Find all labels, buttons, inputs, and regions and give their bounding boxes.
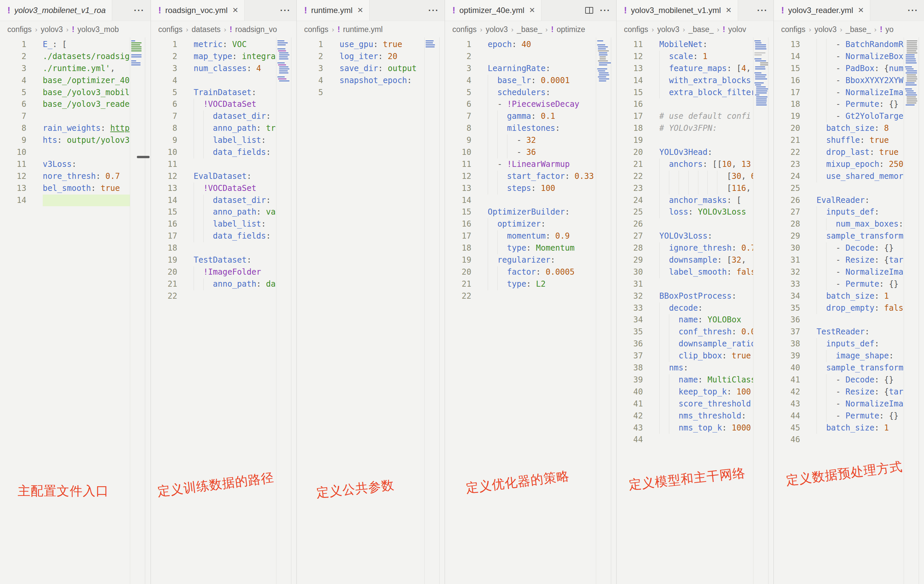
code-line[interactable]: 1use_gpu: true	[297, 39, 424, 51]
more-actions-icon[interactable]: ···	[134, 5, 145, 16]
code-line[interactable]: 20batch_size: 8	[774, 122, 904, 134]
minimap[interactable]	[596, 37, 611, 584]
code-line[interactable]: 4snapshot_epoch:	[297, 75, 424, 87]
code-line[interactable]: 6base_/yolov3_reade	[0, 99, 130, 111]
code-line[interactable]: 11v3Loss:	[0, 158, 130, 170]
scrollbar[interactable]	[145, 37, 150, 584]
code-line[interactable]: 35drop_empty: false	[774, 302, 904, 314]
breadcrumb-item[interactable]: _base_	[688, 25, 713, 34]
code-line[interactable]: 2log_iter: 20	[297, 51, 424, 63]
code-line[interactable]: 46	[774, 434, 904, 446]
breadcrumb-file[interactable]: optimize	[557, 25, 586, 34]
code-line[interactable]: 20!ImageFolder	[151, 266, 276, 278]
code-line[interactable]: 30label_smooth: false	[617, 266, 753, 278]
breadcrumb-item[interactable]: configs	[158, 25, 183, 34]
minimap[interactable]	[904, 37, 919, 584]
code-line[interactable]: 1E_: [	[0, 39, 130, 51]
code-line[interactable]: 9- 32	[445, 134, 596, 147]
code-line[interactable]: 17momentum: 0.9	[445, 230, 596, 242]
code-line[interactable]: 20YOLOv3Head:	[617, 147, 753, 158]
code-line[interactable]: 38inputs_def:	[774, 338, 904, 350]
code-line[interactable]: 15anno_path: val	[151, 206, 276, 218]
breadcrumb-item[interactable]: yolov3	[815, 25, 837, 34]
code-line[interactable]: 42nms_threshold:	[617, 410, 753, 422]
code-line[interactable]: 9hts: output/yolov3	[0, 134, 130, 147]
code-line[interactable]: 35conf_thresh: 0.005	[617, 326, 753, 338]
code-line[interactable]: 28num_max_boxes:	[774, 218, 904, 230]
code-line[interactable]: 27inputs_def:	[774, 206, 904, 218]
code-line[interactable]: 16optimizer:	[445, 218, 596, 230]
code-editor[interactable]: 13- BatchRandomRe14- NormalizeBox15- Pad…	[774, 37, 904, 584]
code-line[interactable]: 7dataset_dir:	[151, 111, 276, 122]
code-line[interactable]: 13steps: 100	[445, 183, 596, 195]
code-line[interactable]: 13feature_maps: [4,	[617, 63, 753, 75]
scrollbar[interactable]	[611, 37, 617, 584]
code-line[interactable]: 13!VOCDataSet	[151, 183, 276, 195]
code-line[interactable]: 7gamma: 0.1	[445, 111, 596, 122]
code-line[interactable]: 18type: Momentum	[445, 242, 596, 254]
close-icon[interactable]: ✕	[357, 6, 363, 15]
breadcrumb[interactable]: configs›yolov3›!yolov3_mob	[0, 21, 150, 38]
code-line[interactable]: 19	[617, 134, 753, 147]
code-line[interactable]: 43nms_top_k: 1000	[617, 422, 753, 434]
code-line[interactable]: 19regularizer:	[445, 254, 596, 266]
breadcrumb-item[interactable]: _base_	[846, 25, 871, 34]
code-line[interactable]: 5TrainDataset:	[151, 87, 276, 99]
code-line[interactable]: 7	[0, 111, 130, 122]
code-line[interactable]: 30- Decode: {}	[774, 242, 904, 254]
code-line[interactable]: 18- Permute: {}	[774, 99, 904, 111]
code-line[interactable]: 21anchors: [[10, 13	[617, 158, 753, 170]
breadcrumb-item[interactable]: datasets	[191, 25, 221, 34]
tab[interactable]: ! roadsign_voc.yml ✕	[151, 0, 245, 21]
breadcrumb-file[interactable]: yo	[886, 25, 894, 34]
code-line[interactable]: 41- Decode: {}	[774, 374, 904, 386]
code-line[interactable]: 41score_threshold	[617, 398, 753, 410]
code-line[interactable]: 18# YOLOv3FPN:	[617, 122, 753, 134]
tab[interactable]: ! runtime.yml ✕	[297, 0, 370, 21]
split-editor-icon[interactable]	[585, 7, 593, 14]
minimap[interactable]	[753, 37, 768, 584]
code-line[interactable]: 29downsample: [32,	[617, 254, 753, 266]
code-line[interactable]: 24anchor_masks: [	[617, 195, 753, 206]
code-line[interactable]: 14dataset_dir:	[151, 195, 276, 206]
code-line[interactable]: 36downsample_ratio	[617, 338, 753, 350]
code-line[interactable]: 22	[445, 290, 596, 302]
tab[interactable]: ! yolov3_mobilenet_v1_roa	[0, 0, 112, 21]
code-line[interactable]: 44	[617, 434, 753, 446]
code-line[interactable]: 22[30, 61	[617, 170, 753, 183]
code-line[interactable]: 25loss: YOLOv3Loss	[617, 206, 753, 218]
code-line[interactable]: 5	[297, 87, 424, 99]
breadcrumb[interactable]: configs›datasets›!roadsign_vo	[151, 21, 297, 38]
code-line[interactable]: 8anno_path: tra	[151, 122, 276, 134]
code-line[interactable]: 21shuffle: true	[774, 134, 904, 147]
breadcrumb-item[interactable]: configs	[7, 25, 32, 34]
close-icon[interactable]: ✕	[858, 6, 864, 15]
code-line[interactable]: 32BBoxPostProcess:	[617, 290, 753, 302]
code-line[interactable]: 39image_shape:	[774, 350, 904, 362]
scrollbar[interactable]	[291, 37, 297, 584]
code-line[interactable]: 15extra_block_filter	[617, 87, 753, 99]
code-line[interactable]: 33- Permute: {}	[774, 278, 904, 290]
code-line[interactable]: 17# use default confi	[617, 111, 753, 122]
code-line[interactable]: 38nms:	[617, 362, 753, 374]
code-line[interactable]: 27YOLOv3Loss:	[617, 230, 753, 242]
code-editor[interactable]: 1epoch: 4023LearningRate:4base_lr: 0.000…	[445, 37, 596, 584]
code-line[interactable]: 36	[774, 314, 904, 326]
code-line[interactable]: 14with_extra_blocks	[617, 75, 753, 87]
code-line[interactable]: 4	[151, 75, 276, 87]
breadcrumb[interactable]: configs›!runtime.yml	[297, 21, 445, 38]
code-line[interactable]: 14- NormalizeBox	[774, 51, 904, 63]
breadcrumb-file[interactable]: roadsign_vo	[235, 25, 277, 34]
breadcrumb-file[interactable]: yolov	[728, 25, 746, 34]
code-line[interactable]: 4base_lr: 0.0001	[445, 75, 596, 87]
code-line[interactable]: 16	[617, 99, 753, 111]
code-line[interactable]: 5schedulers:	[445, 87, 596, 99]
scrollbar[interactable]	[768, 37, 774, 584]
code-line[interactable]: 19TestDataset:	[151, 254, 276, 266]
code-line[interactable]: 21type: L2	[445, 278, 596, 290]
close-icon[interactable]: ✕	[725, 6, 731, 15]
code-line[interactable]: 5base_/yolov3_mobil	[0, 87, 130, 99]
pane-resize-handle[interactable]	[137, 156, 150, 158]
code-line[interactable]: 12scale: 1	[617, 51, 753, 63]
code-line[interactable]: 39name: MultiClass	[617, 374, 753, 386]
